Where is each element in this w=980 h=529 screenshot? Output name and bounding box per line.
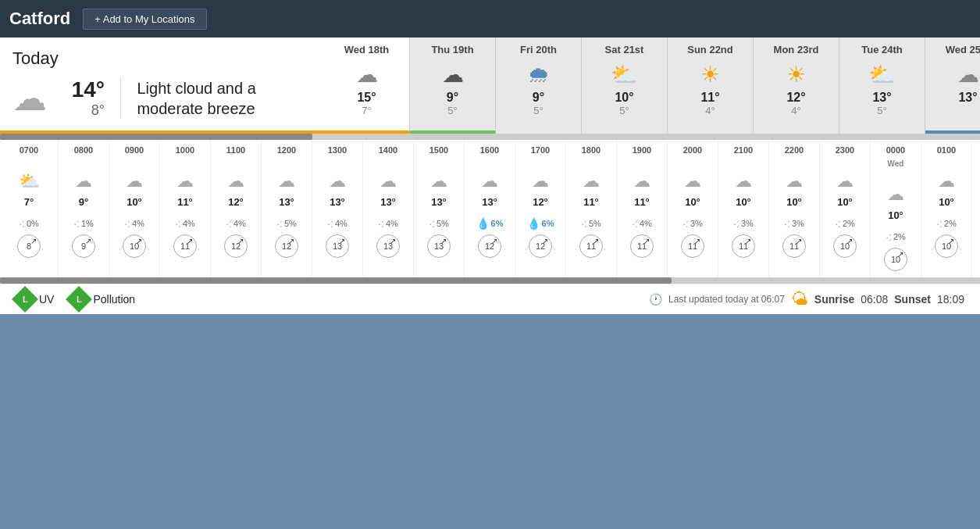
hour-weather-icon: ☁ xyxy=(684,171,701,191)
hour-weather-icon: ☁ xyxy=(532,171,549,191)
hour-time-label: 0800 xyxy=(74,143,93,157)
hourly-scroll: 0700⛅7°·:0%8↗0800☁9°·:1%9↗0900☁10°·:4%10… xyxy=(0,140,980,277)
hour-time-label: 2100 xyxy=(734,143,753,157)
rain-drop-icon: 💧 xyxy=(527,217,540,230)
forecast-day-wed25[interactable]: Wed 25th☁13° xyxy=(925,38,980,134)
hour-rain-pct: 5% xyxy=(437,219,449,228)
forecast-day-tue24[interactable]: Tue 24th⛅13°5° xyxy=(839,38,925,134)
wind-arrow-icon: ↗ xyxy=(237,237,244,245)
hour-rain-row: ·:3% xyxy=(682,217,703,230)
forecast-high-temp: 9° xyxy=(447,91,458,105)
updated-text: Last updated today at 06:07 xyxy=(668,294,785,305)
forecast-low-temp: 7° xyxy=(362,105,371,116)
forecast-day-sat21[interactable]: Sat 21st⛅10°5° xyxy=(582,38,668,134)
wind-arrow-icon: ↗ xyxy=(440,237,447,245)
hour-time-label: 0100 xyxy=(937,143,956,157)
hour-wind-circle: 11↗ xyxy=(630,234,654,258)
forecast-day-mon23[interactable]: Mon 23rd☀12°4° xyxy=(754,38,839,134)
hour-col-1900: 1900☁11°·:4%11↗ xyxy=(617,140,668,277)
today-panel: Today ☁ 14° 8° Light cloud and a moderat… xyxy=(0,38,324,134)
today-description: Light cloud and a moderate breeze xyxy=(137,78,312,119)
bottom-scrollbar[interactable] xyxy=(0,277,980,284)
forecast-high-temp: 13° xyxy=(872,91,891,105)
rain-drop-icon: ·: xyxy=(733,217,739,230)
today-temps: 14° 8° xyxy=(58,77,105,119)
hourly-section[interactable]: 0700⛅7°·:0%8↗0800☁9°·:1%9↗0900☁10°·:4%10… xyxy=(0,140,980,277)
wind-arrow-icon: ↗ xyxy=(948,237,954,245)
rain-drop-icon: ·: xyxy=(682,217,689,230)
forecast-day-thu19[interactable]: Thu 19th☁9°5° xyxy=(410,38,496,134)
wind-arrow-icon: ↗ xyxy=(897,250,903,259)
forecast-day-name: Wed 18th xyxy=(344,44,390,55)
forecast-day-icon: ☁ xyxy=(957,62,979,88)
header-bar: Catford + Add to My Locations xyxy=(0,0,980,38)
forecast-day-icon: ⛅ xyxy=(611,62,638,88)
rain-drop-icon: ·: xyxy=(632,217,638,230)
hour-rain-row: ·:3% xyxy=(733,217,754,230)
hour-wind-circle: 10↗ xyxy=(123,234,146,258)
hour-col-0100: 0100☁10°·:2%10↗ xyxy=(921,140,972,277)
add-location-button[interactable]: + Add to My Locations xyxy=(83,9,206,30)
hour-temp: 13° xyxy=(279,196,294,208)
wind-arrow-icon: ↗ xyxy=(846,237,853,245)
hour-rain-pct: 4% xyxy=(386,219,398,228)
hour-col-1800: 1800☁11°·:5%11↗ xyxy=(566,140,617,277)
hour-col-0000: 0000Wed☁10°·:2%10↗ xyxy=(871,140,921,277)
bottom-scroll-thumb[interactable] xyxy=(0,277,672,284)
hour-time-label: 1500 xyxy=(429,143,448,157)
rain-drop-icon: ·: xyxy=(73,217,80,230)
hour-rain-pct: 3% xyxy=(690,219,703,228)
rain-drop-icon: ·: xyxy=(327,217,333,230)
main-content: Today ☁ 14° 8° Light cloud and a moderat… xyxy=(0,38,980,134)
hour-wind-circle: 12↗ xyxy=(224,234,248,258)
hour-rain-pct: 4% xyxy=(335,219,347,228)
hour-wind-circle: 11↗ xyxy=(579,234,603,258)
hour-weather-icon: ☁ xyxy=(633,171,650,191)
hour-col-1500: 1500☁13°·:5%13↗ xyxy=(414,140,465,277)
hour-rain-pct: 4% xyxy=(132,219,144,228)
hour-col-1600: 1600☁13°💧6%12↗ xyxy=(465,140,515,277)
forecast-day-fri20[interactable]: Fri 20th🌧9°5° xyxy=(496,38,582,134)
bottom-bar: L UV L Pollution 🕐 Last updated today at… xyxy=(0,284,980,314)
hour-weather-icon: ⛅ xyxy=(19,171,40,191)
hour-temp: 13° xyxy=(330,196,345,208)
hour-temp: 7° xyxy=(24,196,34,208)
forecast-day-icon: ☀ xyxy=(700,62,720,88)
forecast-day-sun22[interactable]: Sun 22nd☀11°4° xyxy=(668,38,754,134)
forecast-high-temp: 11° xyxy=(700,91,719,105)
wind-arrow-icon: ↗ xyxy=(136,237,142,245)
wind-arrow-icon: ↗ xyxy=(390,237,396,245)
forecast-high-temp: 10° xyxy=(615,91,633,105)
forecast-day-name: Mon 23rd xyxy=(774,44,819,55)
forecast-low-temp: 5° xyxy=(533,105,543,116)
hour-temp: 10° xyxy=(837,196,853,208)
hour-wind-circle: 10↗ xyxy=(884,248,907,271)
sunset-time: 18:09 xyxy=(937,293,964,306)
hour-col-0700: 0700⛅7°·:0%8↗ xyxy=(0,140,59,277)
hour-temp: 11° xyxy=(583,196,599,208)
hour-temp: 12° xyxy=(533,196,548,208)
hour-weather-icon: ☁ xyxy=(329,171,346,191)
hour-rain-pct: 3% xyxy=(792,219,804,228)
forecast-day-wed18[interactable]: Wed 18th☁15°7° xyxy=(324,38,410,134)
today-low-temp: 8° xyxy=(91,102,105,119)
pollution-level: L xyxy=(77,295,82,304)
hour-rain-pct: 2% xyxy=(944,219,957,228)
hour-rain-row: ·:2% xyxy=(886,231,906,243)
rain-drop-icon: ·: xyxy=(175,217,181,230)
hour-rain-pct: 1% xyxy=(81,219,94,228)
today-details: ☁ 14° 8° Light cloud and a moderate bree… xyxy=(12,77,312,120)
top-scrollbar[interactable] xyxy=(0,134,980,140)
hour-time-label: 1300 xyxy=(328,143,347,157)
wind-arrow-icon: ↗ xyxy=(30,237,37,245)
hour-temp: 10° xyxy=(685,196,700,208)
top-scroll-thumb[interactable] xyxy=(0,134,312,140)
hour-weather-icon: ☁ xyxy=(430,171,447,191)
rain-drop-icon: ·: xyxy=(276,217,283,230)
forecast-day-name: Sun 22nd xyxy=(687,44,733,55)
hour-rain-pct: 4% xyxy=(183,219,195,228)
hour-wind-circle: 11↗ xyxy=(732,234,755,258)
hour-rain-pct: 4% xyxy=(640,219,652,228)
bottom-left: L UV L Pollution xyxy=(16,290,135,309)
hour-weather-icon: ☁ xyxy=(583,171,600,191)
